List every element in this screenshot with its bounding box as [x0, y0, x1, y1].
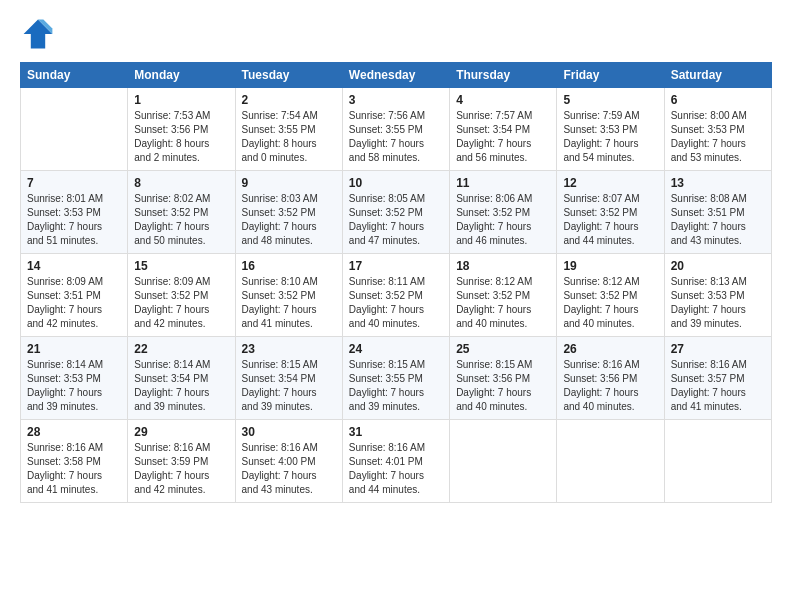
day-info: Sunrise: 8:16 AM Sunset: 3:58 PM Dayligh…: [27, 441, 121, 497]
day-number: 27: [671, 342, 765, 356]
day-number: 21: [27, 342, 121, 356]
day-number: 4: [456, 93, 550, 107]
day-info: Sunrise: 8:15 AM Sunset: 3:54 PM Dayligh…: [242, 358, 336, 414]
day-number: 19: [563, 259, 657, 273]
day-info: Sunrise: 8:12 AM Sunset: 3:52 PM Dayligh…: [563, 275, 657, 331]
calendar-cell: 19Sunrise: 8:12 AM Sunset: 3:52 PM Dayli…: [557, 254, 664, 337]
day-info: Sunrise: 8:15 AM Sunset: 3:55 PM Dayligh…: [349, 358, 443, 414]
day-info: Sunrise: 8:06 AM Sunset: 3:52 PM Dayligh…: [456, 192, 550, 248]
calendar-cell: 29Sunrise: 8:16 AM Sunset: 3:59 PM Dayli…: [128, 420, 235, 503]
day-number: 12: [563, 176, 657, 190]
calendar-cell: 3Sunrise: 7:56 AM Sunset: 3:55 PM Daylig…: [342, 88, 449, 171]
logo-icon: [20, 16, 56, 52]
day-info: Sunrise: 8:02 AM Sunset: 3:52 PM Dayligh…: [134, 192, 228, 248]
calendar-day-header: Wednesday: [342, 63, 449, 88]
day-info: Sunrise: 7:56 AM Sunset: 3:55 PM Dayligh…: [349, 109, 443, 165]
calendar-cell: 16Sunrise: 8:10 AM Sunset: 3:52 PM Dayli…: [235, 254, 342, 337]
calendar-week-row: 1Sunrise: 7:53 AM Sunset: 3:56 PM Daylig…: [21, 88, 772, 171]
day-info: Sunrise: 7:59 AM Sunset: 3:53 PM Dayligh…: [563, 109, 657, 165]
day-number: 2: [242, 93, 336, 107]
calendar-cell: 22Sunrise: 8:14 AM Sunset: 3:54 PM Dayli…: [128, 337, 235, 420]
calendar-cell: 6Sunrise: 8:00 AM Sunset: 3:53 PM Daylig…: [664, 88, 771, 171]
day-info: Sunrise: 8:10 AM Sunset: 3:52 PM Dayligh…: [242, 275, 336, 331]
day-number: 24: [349, 342, 443, 356]
day-number: 23: [242, 342, 336, 356]
day-info: Sunrise: 8:09 AM Sunset: 3:51 PM Dayligh…: [27, 275, 121, 331]
day-info: Sunrise: 8:16 AM Sunset: 3:59 PM Dayligh…: [134, 441, 228, 497]
calendar-cell: 7Sunrise: 8:01 AM Sunset: 3:53 PM Daylig…: [21, 171, 128, 254]
calendar-cell: 1Sunrise: 7:53 AM Sunset: 3:56 PM Daylig…: [128, 88, 235, 171]
calendar-cell: [557, 420, 664, 503]
day-info: Sunrise: 8:16 AM Sunset: 3:56 PM Dayligh…: [563, 358, 657, 414]
calendar-cell: 20Sunrise: 8:13 AM Sunset: 3:53 PM Dayli…: [664, 254, 771, 337]
calendar: SundayMondayTuesdayWednesdayThursdayFrid…: [20, 62, 772, 503]
calendar-cell: 2Sunrise: 7:54 AM Sunset: 3:55 PM Daylig…: [235, 88, 342, 171]
day-number: 14: [27, 259, 121, 273]
calendar-cell: 27Sunrise: 8:16 AM Sunset: 3:57 PM Dayli…: [664, 337, 771, 420]
day-info: Sunrise: 8:15 AM Sunset: 3:56 PM Dayligh…: [456, 358, 550, 414]
calendar-cell: 9Sunrise: 8:03 AM Sunset: 3:52 PM Daylig…: [235, 171, 342, 254]
calendar-cell: 30Sunrise: 8:16 AM Sunset: 4:00 PM Dayli…: [235, 420, 342, 503]
day-number: 6: [671, 93, 765, 107]
calendar-day-header: Saturday: [664, 63, 771, 88]
day-info: Sunrise: 8:05 AM Sunset: 3:52 PM Dayligh…: [349, 192, 443, 248]
header: [20, 16, 772, 52]
day-number: 7: [27, 176, 121, 190]
day-number: 11: [456, 176, 550, 190]
calendar-day-header: Monday: [128, 63, 235, 88]
day-info: Sunrise: 8:11 AM Sunset: 3:52 PM Dayligh…: [349, 275, 443, 331]
calendar-day-header: Thursday: [450, 63, 557, 88]
day-number: 28: [27, 425, 121, 439]
day-number: 25: [456, 342, 550, 356]
day-number: 22: [134, 342, 228, 356]
svg-marker-0: [24, 20, 53, 49]
calendar-cell: 12Sunrise: 8:07 AM Sunset: 3:52 PM Dayli…: [557, 171, 664, 254]
day-info: Sunrise: 8:16 AM Sunset: 4:00 PM Dayligh…: [242, 441, 336, 497]
day-number: 10: [349, 176, 443, 190]
calendar-cell: 11Sunrise: 8:06 AM Sunset: 3:52 PM Dayli…: [450, 171, 557, 254]
calendar-cell: [450, 420, 557, 503]
calendar-cell: 25Sunrise: 8:15 AM Sunset: 3:56 PM Dayli…: [450, 337, 557, 420]
calendar-cell: 21Sunrise: 8:14 AM Sunset: 3:53 PM Dayli…: [21, 337, 128, 420]
day-info: Sunrise: 8:13 AM Sunset: 3:53 PM Dayligh…: [671, 275, 765, 331]
calendar-cell: 17Sunrise: 8:11 AM Sunset: 3:52 PM Dayli…: [342, 254, 449, 337]
calendar-cell: 31Sunrise: 8:16 AM Sunset: 4:01 PM Dayli…: [342, 420, 449, 503]
day-number: 1: [134, 93, 228, 107]
day-number: 18: [456, 259, 550, 273]
day-info: Sunrise: 8:14 AM Sunset: 3:53 PM Dayligh…: [27, 358, 121, 414]
day-number: 26: [563, 342, 657, 356]
day-number: 3: [349, 93, 443, 107]
calendar-cell: 10Sunrise: 8:05 AM Sunset: 3:52 PM Dayli…: [342, 171, 449, 254]
calendar-week-row: 14Sunrise: 8:09 AM Sunset: 3:51 PM Dayli…: [21, 254, 772, 337]
day-info: Sunrise: 8:16 AM Sunset: 3:57 PM Dayligh…: [671, 358, 765, 414]
calendar-cell: 15Sunrise: 8:09 AM Sunset: 3:52 PM Dayli…: [128, 254, 235, 337]
calendar-cell: 23Sunrise: 8:15 AM Sunset: 3:54 PM Dayli…: [235, 337, 342, 420]
calendar-week-row: 21Sunrise: 8:14 AM Sunset: 3:53 PM Dayli…: [21, 337, 772, 420]
calendar-cell: 4Sunrise: 7:57 AM Sunset: 3:54 PM Daylig…: [450, 88, 557, 171]
calendar-day-header: Friday: [557, 63, 664, 88]
day-info: Sunrise: 7:53 AM Sunset: 3:56 PM Dayligh…: [134, 109, 228, 165]
calendar-cell: 24Sunrise: 8:15 AM Sunset: 3:55 PM Dayli…: [342, 337, 449, 420]
day-info: Sunrise: 8:08 AM Sunset: 3:51 PM Dayligh…: [671, 192, 765, 248]
calendar-header-row: SundayMondayTuesdayWednesdayThursdayFrid…: [21, 63, 772, 88]
calendar-cell: [664, 420, 771, 503]
day-info: Sunrise: 8:09 AM Sunset: 3:52 PM Dayligh…: [134, 275, 228, 331]
day-number: 20: [671, 259, 765, 273]
calendar-day-header: Tuesday: [235, 63, 342, 88]
calendar-day-header: Sunday: [21, 63, 128, 88]
page: SundayMondayTuesdayWednesdayThursdayFrid…: [0, 0, 792, 612]
calendar-cell: 14Sunrise: 8:09 AM Sunset: 3:51 PM Dayli…: [21, 254, 128, 337]
day-info: Sunrise: 8:14 AM Sunset: 3:54 PM Dayligh…: [134, 358, 228, 414]
day-number: 29: [134, 425, 228, 439]
day-info: Sunrise: 8:12 AM Sunset: 3:52 PM Dayligh…: [456, 275, 550, 331]
day-number: 17: [349, 259, 443, 273]
day-info: Sunrise: 8:16 AM Sunset: 4:01 PM Dayligh…: [349, 441, 443, 497]
day-number: 9: [242, 176, 336, 190]
calendar-cell: 8Sunrise: 8:02 AM Sunset: 3:52 PM Daylig…: [128, 171, 235, 254]
day-number: 30: [242, 425, 336, 439]
calendar-cell: 18Sunrise: 8:12 AM Sunset: 3:52 PM Dayli…: [450, 254, 557, 337]
calendar-cell: 26Sunrise: 8:16 AM Sunset: 3:56 PM Dayli…: [557, 337, 664, 420]
day-info: Sunrise: 7:57 AM Sunset: 3:54 PM Dayligh…: [456, 109, 550, 165]
day-number: 31: [349, 425, 443, 439]
day-number: 16: [242, 259, 336, 273]
